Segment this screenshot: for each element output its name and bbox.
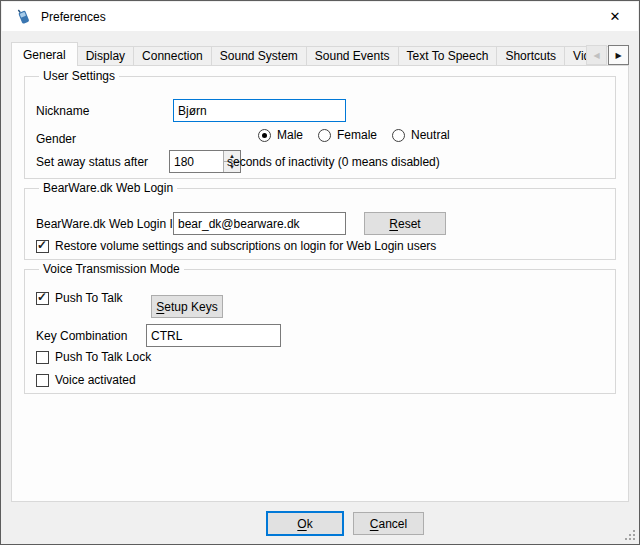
checkbox-checked-icon: ✓ <box>36 240 49 253</box>
group-title: User Settings <box>39 69 119 84</box>
web-login-id-label: BearWare.dk Web Login ID <box>36 216 181 232</box>
web-login-id-input[interactable] <box>173 212 346 235</box>
radio-selected-icon <box>258 129 271 142</box>
push-to-talk-lock-checkbox[interactable]: Push To Talk Lock <box>36 350 151 364</box>
tab-display[interactable]: Display <box>77 46 134 65</box>
group-title: Voice Transmission Mode <box>39 262 184 277</box>
nickname-label: Nickname <box>36 103 89 119</box>
checkbox-label: Restore volume settings and subscription… <box>55 239 436 253</box>
teamtalk-logo-icon <box>15 8 32 25</box>
key-combination-input[interactable] <box>146 324 281 347</box>
radio-icon <box>318 129 331 142</box>
button-label: etup Keys <box>164 300 217 314</box>
gender-radio-neutral[interactable]: Neutral <box>392 128 450 142</box>
checkbox-label: Voice activated <box>55 373 136 387</box>
check-icon: ✓ <box>37 290 47 304</box>
gender-radio-group: Male Female Neutral <box>258 128 450 142</box>
group-web-login: BearWare.dk Web Login BearWare.dk Web Lo… <box>24 188 616 260</box>
gender-radio-male[interactable]: Male <box>258 128 303 142</box>
tab-label: Connection <box>142 49 203 63</box>
tab-connection[interactable]: Connection <box>133 46 212 65</box>
tab-text-to-speech[interactable]: Text To Speech <box>398 46 498 65</box>
gender-radio-female[interactable]: Female <box>318 128 377 142</box>
tab-label: General <box>23 48 66 62</box>
tab-label: Sound Events <box>315 49 390 63</box>
away-status-suffix: seconds of inactivity (0 means disabled) <box>227 154 440 170</box>
radio-label: Female <box>337 128 377 142</box>
reset-button[interactable]: Reset <box>364 212 446 235</box>
button-label: ancel <box>378 517 407 531</box>
tab-scroll-right-icon[interactable]: ▶ <box>608 45 629 65</box>
away-status-label: Set away status after <box>36 154 148 170</box>
tab-sound-system[interactable]: Sound System <box>211 46 307 65</box>
resize-grip[interactable] <box>624 529 635 540</box>
checkbox-unchecked-icon <box>36 374 49 387</box>
radio-icon <box>392 129 405 142</box>
key-combination-label: Key Combination <box>36 328 127 344</box>
general-tab-page: User Settings Nickname Gender Male Femal… <box>11 65 629 502</box>
tab-label: Shortcuts <box>505 49 556 63</box>
button-label: eset <box>398 217 421 231</box>
radio-label: Neutral <box>411 128 450 142</box>
setup-keys-button[interactable]: Setup Keys <box>151 295 223 318</box>
group-voice-transmission: Voice Transmission Mode ✓ Push To Talk S… <box>24 269 616 394</box>
check-icon: ✓ <box>37 238 47 252</box>
checkbox-checked-icon: ✓ <box>36 292 49 305</box>
restore-volume-checkbox[interactable]: ✓ Restore volume settings and subscripti… <box>36 239 436 253</box>
tab-label: Display <box>86 49 125 63</box>
button-accel: O <box>297 517 306 531</box>
window-title: Preferences <box>41 10 106 24</box>
voice-activated-checkbox[interactable]: Voice activated <box>36 373 136 387</box>
tab-scrollers: ◀ ▶ <box>586 45 629 65</box>
radio-label: Male <box>277 128 303 142</box>
push-to-talk-checkbox[interactable]: ✓ Push To Talk <box>36 291 123 305</box>
button-accel: R <box>389 217 398 231</box>
close-icon[interactable]: ✕ <box>592 2 638 31</box>
tab-scroll-left-icon: ◀ <box>586 45 607 65</box>
tab-sound-events[interactable]: Sound Events <box>306 46 399 65</box>
checkbox-label: Push To Talk Lock <box>55 350 151 364</box>
preferences-tabbar: General Display Connection Sound System … <box>11 42 629 66</box>
gender-label: Gender <box>36 131 76 147</box>
tab-label: Sound System <box>220 49 298 63</box>
preferences-dialog: Preferences ✕ General Display Connection… <box>0 0 640 545</box>
tab-shortcuts[interactable]: Shortcuts <box>496 46 565 65</box>
nickname-input[interactable] <box>173 99 346 122</box>
away-seconds-input[interactable] <box>170 151 223 172</box>
group-title: BearWare.dk Web Login <box>39 181 177 196</box>
button-label: k <box>307 517 313 531</box>
ok-button[interactable]: Ok <box>266 511 344 536</box>
group-user-settings: User Settings Nickname Gender Male Femal… <box>24 76 616 179</box>
titlebar[interactable]: Preferences ✕ <box>2 2 638 31</box>
checkbox-unchecked-icon <box>36 351 49 364</box>
checkbox-label: Push To Talk <box>55 291 123 305</box>
tab-general[interactable]: General <box>11 42 78 66</box>
cancel-button[interactable]: Cancel <box>353 512 424 535</box>
tab-label: Text To Speech <box>407 49 489 63</box>
